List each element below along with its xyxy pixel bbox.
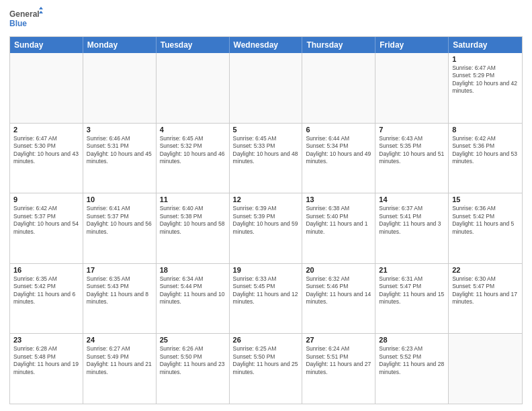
day-number: 26 xyxy=(233,336,299,344)
day-number: 27 xyxy=(306,336,371,344)
cal-cell-r3-c6: 22Sunrise: 6:30 AM Sunset: 5:47 PM Dayli… xyxy=(449,264,522,334)
day-info: Sunrise: 6:32 AM Sunset: 5:46 PM Dayligh… xyxy=(306,275,371,306)
header-day-thursday: Thursday xyxy=(302,37,375,53)
day-number: 3 xyxy=(87,126,152,134)
cal-cell-r3-c5: 21Sunrise: 6:31 AM Sunset: 5:47 PM Dayli… xyxy=(375,264,449,334)
day-number: 14 xyxy=(379,195,445,203)
day-info: Sunrise: 6:23 AM Sunset: 5:52 PM Dayligh… xyxy=(379,345,445,376)
day-number: 19 xyxy=(233,266,299,274)
cal-cell-r4-c6 xyxy=(449,334,522,404)
cal-cell-r3-c2: 18Sunrise: 6:34 AM Sunset: 5:44 PM Dayli… xyxy=(157,264,230,334)
day-info: Sunrise: 6:24 AM Sunset: 5:51 PM Dayligh… xyxy=(306,345,371,376)
header-day-sunday: Sunday xyxy=(10,37,83,53)
svg-text:General: General xyxy=(9,9,40,19)
cal-row-4: 23Sunrise: 6:28 AM Sunset: 5:48 PM Dayli… xyxy=(10,333,522,404)
day-info: Sunrise: 6:40 AM Sunset: 5:38 PM Dayligh… xyxy=(160,205,226,236)
cal-cell-r0-c0 xyxy=(10,53,83,123)
calendar-body: 1Sunrise: 6:47 AM Sunset: 5:29 PM Daylig… xyxy=(10,53,522,404)
day-number: 10 xyxy=(87,195,152,203)
cal-cell-r0-c4 xyxy=(302,53,375,123)
day-info: Sunrise: 6:36 AM Sunset: 5:42 PM Dayligh… xyxy=(452,205,519,236)
cal-cell-r2-c5: 14Sunrise: 6:37 AM Sunset: 5:41 PM Dayli… xyxy=(375,193,449,263)
day-number: 22 xyxy=(452,266,519,274)
day-number: 12 xyxy=(233,195,299,203)
cal-cell-r4-c1: 24Sunrise: 6:27 AM Sunset: 5:49 PM Dayli… xyxy=(83,334,157,404)
cal-cell-r0-c2 xyxy=(157,53,230,123)
day-number: 16 xyxy=(13,266,79,274)
day-info: Sunrise: 6:43 AM Sunset: 5:35 PM Dayligh… xyxy=(379,135,445,166)
day-number: 6 xyxy=(306,126,371,134)
day-info: Sunrise: 6:47 AM Sunset: 5:30 PM Dayligh… xyxy=(13,135,79,166)
cal-cell-r1-c1: 3Sunrise: 6:46 AM Sunset: 5:31 PM Daylig… xyxy=(83,124,157,193)
cal-cell-r4-c0: 23Sunrise: 6:28 AM Sunset: 5:48 PM Dayli… xyxy=(10,334,83,404)
day-number: 13 xyxy=(306,195,371,203)
day-info: Sunrise: 6:35 AM Sunset: 5:42 PM Dayligh… xyxy=(13,275,79,306)
day-info: Sunrise: 6:45 AM Sunset: 5:33 PM Dayligh… xyxy=(233,135,299,166)
cal-cell-r1-c4: 6Sunrise: 6:44 AM Sunset: 5:34 PM Daylig… xyxy=(302,124,375,193)
cal-cell-r0-c5 xyxy=(375,53,449,123)
cal-cell-r1-c3: 5Sunrise: 6:45 AM Sunset: 5:33 PM Daylig… xyxy=(230,124,303,193)
day-number: 5 xyxy=(233,126,299,134)
cal-row-3: 16Sunrise: 6:35 AM Sunset: 5:42 PM Dayli… xyxy=(10,263,522,334)
day-number: 23 xyxy=(13,336,79,344)
day-number: 25 xyxy=(160,336,226,344)
page-header: General Blue xyxy=(9,7,523,32)
day-info: Sunrise: 6:44 AM Sunset: 5:34 PM Dayligh… xyxy=(306,135,371,166)
day-info: Sunrise: 6:33 AM Sunset: 5:45 PM Dayligh… xyxy=(233,275,299,306)
day-info: Sunrise: 6:28 AM Sunset: 5:48 PM Dayligh… xyxy=(13,345,79,376)
day-number: 15 xyxy=(452,195,519,203)
header-day-saturday: Saturday xyxy=(449,37,522,53)
day-info: Sunrise: 6:26 AM Sunset: 5:50 PM Dayligh… xyxy=(160,345,226,376)
cal-cell-r2-c0: 9Sunrise: 6:42 AM Sunset: 5:37 PM Daylig… xyxy=(10,193,83,263)
cal-cell-r1-c2: 4Sunrise: 6:45 AM Sunset: 5:32 PM Daylig… xyxy=(157,124,230,193)
day-number: 20 xyxy=(306,266,371,274)
cal-row-2: 9Sunrise: 6:42 AM Sunset: 5:37 PM Daylig… xyxy=(10,193,522,263)
header-day-tuesday: Tuesday xyxy=(157,37,230,53)
logo-svg: General Blue xyxy=(9,7,43,32)
cal-cell-r4-c5: 28Sunrise: 6:23 AM Sunset: 5:52 PM Dayli… xyxy=(375,334,449,404)
header-day-monday: Monday xyxy=(83,37,157,53)
day-number: 11 xyxy=(160,195,226,203)
day-info: Sunrise: 6:27 AM Sunset: 5:49 PM Dayligh… xyxy=(87,345,152,376)
day-info: Sunrise: 6:37 AM Sunset: 5:41 PM Dayligh… xyxy=(379,205,445,236)
header-day-friday: Friday xyxy=(375,37,449,53)
cal-cell-r3-c0: 16Sunrise: 6:35 AM Sunset: 5:42 PM Dayli… xyxy=(10,264,83,334)
day-info: Sunrise: 6:42 AM Sunset: 5:37 PM Dayligh… xyxy=(13,205,79,236)
day-info: Sunrise: 6:35 AM Sunset: 5:43 PM Dayligh… xyxy=(87,275,152,306)
day-number: 9 xyxy=(13,195,79,203)
day-info: Sunrise: 6:25 AM Sunset: 5:50 PM Dayligh… xyxy=(233,345,299,376)
cal-cell-r2-c4: 13Sunrise: 6:38 AM Sunset: 5:40 PM Dayli… xyxy=(302,193,375,263)
logo: General Blue xyxy=(9,7,43,32)
day-number: 28 xyxy=(379,336,445,344)
cal-cell-r4-c2: 25Sunrise: 6:26 AM Sunset: 5:50 PM Dayli… xyxy=(157,334,230,404)
day-number: 4 xyxy=(160,126,226,134)
cal-cell-r4-c3: 26Sunrise: 6:25 AM Sunset: 5:50 PM Dayli… xyxy=(230,334,303,404)
cal-cell-r0-c6: 1Sunrise: 6:47 AM Sunset: 5:29 PM Daylig… xyxy=(449,53,522,123)
cal-cell-r1-c0: 2Sunrise: 6:47 AM Sunset: 5:30 PM Daylig… xyxy=(10,124,83,193)
day-number: 17 xyxy=(87,266,152,274)
cal-cell-r3-c1: 17Sunrise: 6:35 AM Sunset: 5:43 PM Dayli… xyxy=(83,264,157,334)
day-number: 2 xyxy=(13,126,79,134)
day-number: 8 xyxy=(452,126,519,134)
day-info: Sunrise: 6:30 AM Sunset: 5:47 PM Dayligh… xyxy=(452,275,519,306)
day-number: 21 xyxy=(379,266,445,274)
day-number: 24 xyxy=(87,336,152,344)
day-info: Sunrise: 6:46 AM Sunset: 5:31 PM Dayligh… xyxy=(87,135,152,166)
day-info: Sunrise: 6:34 AM Sunset: 5:44 PM Dayligh… xyxy=(160,275,226,306)
cal-cell-r2-c2: 11Sunrise: 6:40 AM Sunset: 5:38 PM Dayli… xyxy=(157,193,230,263)
cal-cell-r3-c4: 20Sunrise: 6:32 AM Sunset: 5:46 PM Dayli… xyxy=(302,264,375,334)
day-info: Sunrise: 6:45 AM Sunset: 5:32 PM Dayligh… xyxy=(160,135,226,166)
day-info: Sunrise: 6:42 AM Sunset: 5:36 PM Dayligh… xyxy=(452,135,519,166)
cal-cell-r4-c4: 27Sunrise: 6:24 AM Sunset: 5:51 PM Dayli… xyxy=(302,334,375,404)
svg-text:Blue: Blue xyxy=(9,19,27,28)
cal-cell-r2-c3: 12Sunrise: 6:39 AM Sunset: 5:39 PM Dayli… xyxy=(230,193,303,263)
day-info: Sunrise: 6:47 AM Sunset: 5:29 PM Dayligh… xyxy=(452,64,519,95)
day-number: 18 xyxy=(160,266,226,274)
cal-cell-r3-c3: 19Sunrise: 6:33 AM Sunset: 5:45 PM Dayli… xyxy=(230,264,303,334)
cal-cell-r1-c5: 7Sunrise: 6:43 AM Sunset: 5:35 PM Daylig… xyxy=(375,124,449,193)
calendar: SundayMondayTuesdayWednesdayThursdayFrid… xyxy=(9,36,523,404)
calendar-header: SundayMondayTuesdayWednesdayThursdayFrid… xyxy=(10,37,522,53)
cal-row-0: 1Sunrise: 6:47 AM Sunset: 5:29 PM Daylig… xyxy=(10,53,522,123)
svg-marker-3 xyxy=(39,11,43,13)
cal-cell-r1-c6: 8Sunrise: 6:42 AM Sunset: 5:36 PM Daylig… xyxy=(449,124,522,193)
